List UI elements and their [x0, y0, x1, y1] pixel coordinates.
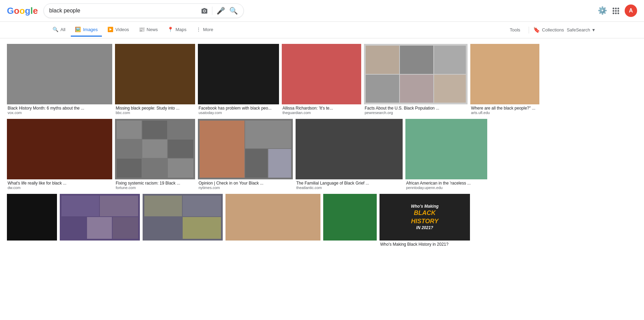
card-info: Allissa Richardson: 'It's te... theguard… — [282, 104, 361, 116]
svg-rect-27 — [183, 217, 221, 239]
card-info: Opinion | Check in on Your Black ... nyt… — [198, 179, 293, 191]
card-source: fortune.com — [116, 186, 194, 190]
card-info: Facebook has problem with black peo... u… — [198, 104, 279, 116]
apps-icon — [613, 8, 619, 14]
image-card[interactable] — [143, 194, 223, 248]
card-info — [60, 241, 140, 243]
nav-item-all[interactable]: 🔍 All — [48, 23, 69, 37]
image-card[interactable]: What's life really like for black ... dw… — [7, 119, 112, 191]
image-swatch — [7, 194, 57, 241]
image-card[interactable]: Opinion | Check in on Your Black ... nyt… — [198, 119, 293, 191]
card-info: What's life really like for black ... dw… — [7, 179, 112, 191]
news-nav-icon: 📰 — [139, 27, 145, 32]
card-source: theatlantic.com — [296, 186, 402, 190]
image-swatch — [323, 194, 377, 241]
search-icon-group: 🎤 🔍 — [201, 7, 238, 15]
image-swatch: Who's Making BLACKHISTORY IN 2021? — [379, 194, 470, 241]
card-source: usatoday.com — [199, 111, 278, 115]
image-card[interactable] — [7, 194, 57, 248]
avatar[interactable]: A — [625, 4, 637, 17]
svg-rect-21 — [61, 217, 86, 239]
collections-label: Collections — [542, 27, 564, 32]
header-right: ⚙️ A — [598, 4, 637, 17]
header: Google black people 🎤 🔍 ⚙️ A — [0, 0, 644, 22]
svg-rect-18 — [268, 149, 291, 178]
tools-button[interactable]: Tools — [506, 25, 524, 35]
card-info: African American in the 'raceless ... pe… — [405, 179, 487, 191]
card-source: theguardian.com — [282, 111, 361, 115]
apps-button[interactable] — [613, 8, 619, 14]
nav-item-videos[interactable]: ▶️ Videos — [103, 23, 133, 37]
svg-rect-20 — [100, 196, 138, 216]
maps-nav-icon: 📍 — [167, 27, 173, 32]
card-title: Facebook has problem with black peo... — [199, 106, 278, 111]
safesearch-button[interactable]: SafeSearch ▼ — [567, 27, 596, 32]
image-swatch — [115, 119, 195, 179]
bookmark-icon: 🔖 — [533, 27, 540, 33]
svg-rect-22 — [87, 217, 112, 239]
nav-label-maps: Maps — [175, 27, 186, 32]
card-info: The Familial Language of Black Grief ...… — [296, 179, 403, 191]
image-card[interactable] — [225, 194, 320, 248]
image-card[interactable]: African American in the 'raceless ... pe… — [405, 119, 487, 191]
voice-search-button[interactable]: 🎤 — [217, 7, 225, 15]
svg-rect-17 — [245, 149, 268, 178]
card-info: Who's Making Black History in 2021? — [379, 241, 470, 248]
image-card[interactable]: The Familial Language of Black Grief ...… — [296, 119, 403, 191]
nav-label-more: More — [203, 27, 213, 32]
image-card[interactable]: Who's Making BLACKHISTORY IN 2021? Who's… — [379, 194, 470, 248]
image-swatch — [282, 44, 361, 104]
image-card[interactable]: Allissa Richardson: 'It's te... theguard… — [282, 44, 361, 116]
nav-item-more[interactable]: ⋮ More — [192, 23, 218, 37]
image-swatch — [405, 119, 487, 179]
nav-item-images[interactable]: 🖼️ Images — [71, 23, 102, 37]
image-card[interactable]: Where are all the black people?" ... art… — [470, 44, 539, 116]
videos-nav-icon: ▶️ — [107, 27, 113, 32]
image-card[interactable]: Missing black people: Study into ... bbc… — [115, 44, 195, 116]
card-title: What's life really like for black ... — [8, 181, 112, 186]
card-title: Who's Making Black History in 2021? — [380, 242, 469, 247]
image-card[interactable]: Facebook has problem with black peo... u… — [198, 44, 279, 116]
nav-item-maps[interactable]: 📍 Maps — [163, 23, 191, 37]
image-card[interactable]: Facts About the U.S. Black Population ..… — [364, 44, 468, 116]
image-card[interactable]: Fixing systemic racism: 19 Black ... for… — [115, 119, 195, 191]
image-card[interactable] — [323, 194, 377, 248]
search-input[interactable]: black people — [49, 8, 198, 14]
svg-rect-25 — [183, 196, 221, 216]
image-card[interactable] — [60, 194, 140, 248]
card-source: dw.com — [8, 186, 112, 190]
search-divider — [212, 7, 212, 15]
card-title: Fixing systemic racism: 19 Black ... — [116, 181, 194, 186]
nav-label-news: News — [147, 27, 158, 32]
search-button[interactable]: 🔍 — [229, 7, 238, 15]
card-info: Black History Month: 6 myths about the .… — [7, 104, 112, 116]
image-swatch — [60, 194, 140, 241]
image-swatch — [198, 44, 279, 104]
card-info: Missing black people: Study into ... bbc… — [115, 104, 195, 116]
card-source: penntoday.upenn.edu — [406, 186, 487, 190]
image-swatch — [470, 44, 539, 104]
collections-button[interactable]: 🔖 Collections — [533, 27, 564, 33]
nav-label-images: Images — [83, 27, 98, 32]
card-source: pewresearch.org — [365, 111, 467, 115]
camera-search-button[interactable] — [201, 7, 208, 14]
card-title: Where are all the black people?" ... — [471, 106, 539, 111]
nav-label-all: All — [60, 27, 65, 32]
card-title: Black History Month: 6 myths about the .… — [8, 106, 112, 111]
image-row-2: What's life really like for black ... dw… — [7, 119, 637, 191]
svg-rect-11 — [168, 140, 193, 158]
safesearch-label: SafeSearch — [567, 27, 590, 32]
svg-rect-15 — [200, 121, 244, 178]
card-title: Allissa Richardson: 'It's te... — [282, 106, 361, 111]
svg-rect-4 — [400, 75, 433, 103]
svg-rect-13 — [142, 159, 167, 178]
nav-item-news[interactable]: 📰 News — [135, 23, 162, 37]
svg-rect-16 — [245, 121, 291, 148]
image-swatch — [143, 194, 223, 241]
settings-button[interactable]: ⚙️ — [598, 6, 607, 15]
image-card[interactable]: Black History Month: 6 myths about the .… — [7, 44, 112, 116]
card-title: Facts About the U.S. Black Population ..… — [365, 106, 467, 111]
card-title: African American in the 'raceless ... — [406, 181, 487, 186]
google-logo[interactable]: Google — [7, 6, 38, 16]
svg-rect-14 — [168, 159, 193, 178]
